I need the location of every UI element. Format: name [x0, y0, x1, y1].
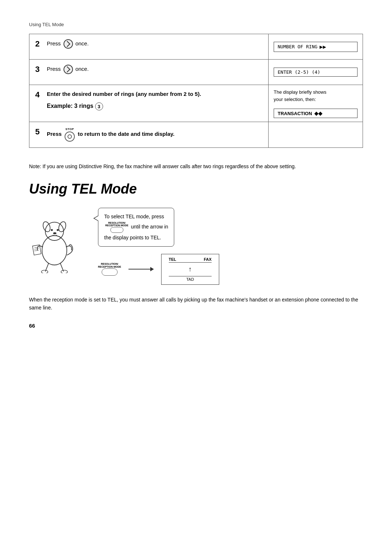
- once-label-2: once.: [75, 40, 89, 46]
- display-arrow-up: ↑: [188, 266, 192, 273]
- res-mode-btn-bubble[interactable]: RESOLUTION/ RECEPTION MODE: [105, 222, 128, 233]
- step-content-3: Press once.: [47, 65, 262, 74]
- transaction-arrow: ◆◆: [314, 110, 322, 116]
- lcd-text-2: NUMBER OF RING: [278, 44, 318, 49]
- arrow-line-head: [150, 267, 154, 271]
- display-col2-label: FAX: [204, 257, 211, 262]
- tel-display-row: ↑: [169, 264, 212, 275]
- svg-point-6: [53, 232, 56, 234]
- step-left-5: 5 Press STOP to return to the date and t…: [29, 122, 268, 147]
- step-left-4: 4 Enter the desired number of rings (any…: [29, 85, 268, 122]
- res-label2-bubble: RECEPTION MODE: [105, 224, 128, 227]
- note-text: Note: If you are using Distinctive Ring,…: [29, 162, 363, 170]
- display-col1-label: TEL: [169, 257, 176, 262]
- svg-line-8: [34, 247, 39, 248]
- step-right-4: The display briefly shows your selection…: [268, 85, 363, 122]
- step4-main-text: Enter the desired number of rings (any n…: [47, 91, 201, 97]
- arrow-line-body: [128, 269, 150, 270]
- res-label1-display: RESOLUTION/: [101, 263, 118, 266]
- transaction-display: TRANSACTION ◆◆: [274, 109, 358, 118]
- bubble-line1: To select TEL mode, press: [104, 214, 164, 219]
- steps-box: 2 Press once. NUMBER OF RING ▶▶ 3 Press …: [29, 34, 363, 148]
- step-number-2: 2: [35, 39, 43, 49]
- step-right-5: [268, 122, 363, 147]
- step5-suffix: to return to the date and time display.: [78, 131, 174, 137]
- svg-point-4: [51, 229, 53, 231]
- tel-display-footer: TAD: [169, 276, 212, 281]
- stop-button[interactable]: STOP: [65, 127, 75, 142]
- dog-illustration: [29, 208, 87, 275]
- step-row-2: 2 Press once. NUMBER OF RING ▶▶: [29, 34, 363, 60]
- step-right-3: ENTER (2-5) (4): [268, 60, 363, 85]
- res-btn-shape-display: [102, 268, 118, 276]
- step-left-2: 2 Press once.: [29, 34, 268, 59]
- bubble-line2: until the arrow in: [131, 224, 168, 230]
- step-number-3: 3: [35, 65, 43, 74]
- arrow-line: [128, 267, 154, 271]
- res-label2-display: RECEPTION MODE: [98, 266, 121, 268]
- step-content-4: Enter the desired number of rings (any n…: [47, 90, 201, 98]
- svg-point-1: [45, 222, 64, 240]
- res-label1-bubble: RESOLUTION/: [108, 222, 126, 224]
- step-row-5: 5 Press STOP to return to the date and t…: [29, 122, 363, 147]
- page-label: Using TEL Mode: [29, 22, 363, 27]
- svg-line-9: [34, 249, 39, 250]
- lcd-display-3: ENTER (2-5) (4): [274, 68, 358, 77]
- step-right-2: NUMBER OF RING ▶▶: [268, 34, 363, 59]
- lcd-arrow-2: ▶▶: [320, 44, 326, 50]
- step-row-3: 3 Press once. ENTER (2-5) (4): [29, 60, 363, 85]
- step-row-4: 4 Enter the desired number of rings (any…: [29, 85, 363, 122]
- step4-example: Example: 3 rings 3: [35, 102, 103, 110]
- step-content-2: Press once.: [47, 39, 262, 49]
- svg-rect-7: [32, 245, 41, 255]
- menu-button-2[interactable]: [64, 39, 73, 49]
- lcd-display-2: NUMBER OF RING ▶▶: [274, 42, 358, 52]
- tel-display-box: TEL FAX ↑ TAD: [161, 254, 219, 285]
- svg-point-0: [42, 236, 67, 265]
- res-mode-btn-display[interactable]: RESOLUTION/ RECEPTION MODE: [98, 263, 121, 275]
- lcd-text-3: ENTER (2-5) (4): [278, 69, 320, 75]
- menu-button-3[interactable]: [64, 65, 73, 74]
- step4-display-note: The display briefly shows your selection…: [274, 89, 358, 103]
- transaction-label: TRANSACTION: [278, 111, 312, 116]
- once-label-3: once.: [75, 66, 89, 72]
- press-label-5: Press: [47, 131, 62, 137]
- tel-display-header: TEL FAX: [169, 257, 212, 263]
- svg-line-10: [34, 250, 39, 251]
- dog-svg: [29, 208, 80, 273]
- body-text: When the reception mode is set to TEL, y…: [29, 296, 363, 312]
- section-heading: Using TEL Mode: [29, 181, 363, 197]
- step-left-3: 3 Press once.: [29, 60, 268, 85]
- stop-btn-label: STOP: [65, 127, 74, 131]
- stop-btn-inner: [68, 134, 72, 139]
- svg-point-5: [57, 229, 58, 231]
- svg-point-12: [61, 270, 68, 273]
- step4-example-label: Example: 3 rings: [47, 103, 93, 109]
- tel-illustration: To select TEL mode, press RESOLUTION/ RE…: [29, 208, 363, 284]
- step-content-5: Press STOP to return to the date and tim…: [47, 127, 262, 142]
- press-label-2: Press: [47, 40, 61, 46]
- step-number-5: 5: [35, 127, 43, 137]
- step-number-4: 4: [35, 90, 43, 100]
- speech-bubble: To select TEL mode, press RESOLUTION/ RE…: [98, 208, 174, 246]
- res-btn-shape-bubble: [110, 227, 123, 233]
- svg-point-11: [41, 270, 48, 273]
- tel-illus-right: To select TEL mode, press RESOLUTION/ RE…: [98, 208, 363, 284]
- press-label-3: Press: [47, 66, 61, 72]
- page-number: 66: [29, 323, 363, 329]
- bubble-line3: the display points to TEL.: [104, 235, 161, 240]
- stop-btn-circle: [65, 131, 75, 142]
- step4-example-num: 3: [95, 102, 103, 110]
- tel-display-area: RESOLUTION/ RECEPTION MODE TEL FAX ↑ TAD: [98, 254, 363, 285]
